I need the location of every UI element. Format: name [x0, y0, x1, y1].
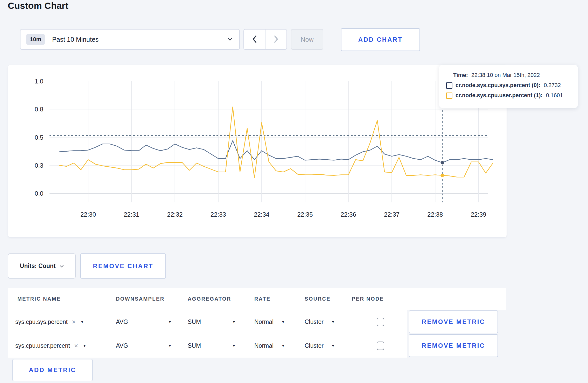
- downsampler-select[interactable]: AVG ▼: [116, 318, 172, 325]
- metric-name-value: sys.cpu.sys.percent: [15, 318, 68, 325]
- caret-down-icon: ▼: [331, 344, 335, 348]
- x-axis-tick-label: 22:38: [427, 211, 443, 218]
- chevron-down-icon: [227, 37, 233, 42]
- downsampler-value: AVG: [116, 342, 128, 349]
- metrics-table: METRIC NAME DOWNSAMPLER AGGREGATOR RATE …: [8, 288, 506, 358]
- table-row: sys.cpu.sys.percent × ▼ AVG ▼ SUM ▼ Norm…: [8, 310, 506, 334]
- y-axis-tick-label: 0.8: [35, 106, 43, 113]
- crosshair-dot-0: [441, 161, 444, 164]
- aggregator-value: SUM: [188, 342, 201, 349]
- next-range-button[interactable]: [265, 30, 286, 49]
- time-range-select[interactable]: 10m Past 10 Minutes: [20, 29, 240, 50]
- chevron-down-icon: [60, 264, 64, 268]
- tooltip-metric-label: cr.node.sys.cpu.user.percent (1):: [456, 92, 543, 99]
- chart-panel: 0.00.30.50.81.022:3022:3122:3222:3322:34…: [8, 65, 507, 238]
- caret-down-icon: ▼: [232, 344, 236, 348]
- caret-down-icon: ▼: [281, 344, 285, 348]
- toolbar: 10m Past 10 Minutes Now ADD CHART: [0, 29, 588, 52]
- time-range-pager: [243, 29, 287, 50]
- tooltip-time-value: 22:38:10 on Mar 15th, 2022: [471, 72, 540, 79]
- y-axis-tick-label: 1.0: [35, 78, 43, 85]
- rate-select[interactable]: Normal ▼: [254, 342, 305, 349]
- crosshair-dot-1: [441, 174, 444, 177]
- tooltip-metric-value: 0.2732: [544, 82, 561, 89]
- x-gridlines: 22:3022:3122:3222:3322:3422:3522:3622:37…: [80, 81, 486, 218]
- line-chart[interactable]: 0.00.30.50.81.022:3022:3122:3222:3322:34…: [8, 65, 507, 237]
- caret-down-icon: ▼: [168, 320, 172, 324]
- prev-range-button[interactable]: [244, 30, 265, 49]
- column-header-source: SOURCE: [305, 296, 352, 302]
- tooltip-swatch-0: [446, 82, 452, 89]
- source-select[interactable]: Cluster ▼: [305, 342, 352, 349]
- metric-name-value: sys.cpu.user.percent: [15, 342, 70, 349]
- x-axis-tick-label: 22:39: [471, 211, 486, 218]
- series-line-0: [59, 141, 493, 163]
- clear-metric-icon[interactable]: ×: [74, 342, 78, 349]
- caret-down-icon: ▼: [331, 320, 335, 324]
- aggregator-select[interactable]: SUM ▼: [188, 342, 236, 349]
- caret-down-icon: ▼: [281, 320, 285, 324]
- aggregator-select[interactable]: SUM ▼: [188, 318, 236, 325]
- x-axis-tick-label: 22:30: [80, 211, 96, 218]
- caret-down-icon: ▼: [168, 344, 172, 348]
- per-node-checkbox[interactable]: [377, 318, 384, 326]
- column-header-rate: RATE: [254, 296, 305, 302]
- downsampler-value: AVG: [116, 318, 128, 325]
- column-header-metric-name: METRIC NAME: [17, 296, 116, 302]
- x-axis-tick-label: 22:31: [124, 211, 139, 218]
- x-axis-tick-label: 22:37: [384, 211, 400, 218]
- page-title: Custom Chart: [8, 1, 68, 11]
- units-select[interactable]: Units: Count: [8, 253, 76, 279]
- remove-metric-button[interactable]: REMOVE METRIC: [409, 310, 498, 333]
- chevron-left-icon: [253, 36, 257, 44]
- remove-chart-button[interactable]: REMOVE CHART: [80, 253, 166, 279]
- source-select[interactable]: Cluster ▼: [305, 318, 352, 325]
- source-value: Cluster: [305, 318, 324, 325]
- rate-value: Normal: [254, 342, 274, 349]
- x-axis-tick-label: 22:33: [211, 211, 226, 218]
- x-axis-tick-label: 22:34: [254, 211, 269, 218]
- remove-metric-button[interactable]: REMOVE METRIC: [409, 334, 498, 357]
- y-axis-tick-label: 0.3: [35, 162, 43, 169]
- x-axis-tick-label: 22:35: [297, 211, 313, 218]
- tooltip-metric-label: cr.node.sys.cpu.sys.percent (0):: [456, 82, 540, 89]
- x-axis-tick-label: 22:36: [341, 211, 356, 218]
- aggregator-value: SUM: [188, 318, 201, 325]
- downsampler-select[interactable]: AVG ▼: [116, 342, 172, 349]
- add-chart-button[interactable]: ADD CHART: [341, 28, 420, 51]
- source-value: Cluster: [305, 342, 324, 349]
- units-label: Units: Count: [20, 263, 56, 269]
- chevron-right-icon: [274, 36, 278, 44]
- metric-name-select[interactable]: sys.cpu.sys.percent × ▼: [15, 318, 116, 325]
- rate-value: Normal: [254, 318, 274, 325]
- table-row: sys.cpu.user.percent × ▼ AVG ▼ SUM ▼ Nor…: [8, 334, 506, 358]
- tooltip-time-label: Time:: [453, 72, 468, 79]
- y-axis-tick-label: 0.0: [35, 190, 43, 197]
- time-range-label: Past 10 Minutes: [52, 36, 99, 43]
- caret-down-icon: ▼: [232, 320, 236, 324]
- y-gridlines: 0.00.30.50.81.0: [35, 78, 488, 197]
- column-header-downsampler: DOWNSAMPLER: [116, 296, 188, 302]
- caret-down-icon[interactable]: ▼: [83, 344, 86, 348]
- toolbar-divider: [8, 29, 8, 50]
- caret-down-icon[interactable]: ▼: [80, 320, 84, 324]
- x-axis-tick-label: 22:32: [167, 211, 183, 218]
- add-metric-button[interactable]: ADD METRIC: [12, 359, 93, 381]
- time-range-badge: 10m: [26, 34, 45, 45]
- y-axis-tick-label: 0.5: [35, 134, 43, 141]
- chart-tooltip: Time: 22:38:10 on Mar 15th, 2022 cr.node…: [439, 65, 578, 108]
- rate-select[interactable]: Normal ▼: [254, 318, 305, 325]
- per-node-checkbox[interactable]: [377, 342, 384, 350]
- metric-name-select[interactable]: sys.cpu.user.percent × ▼: [15, 342, 116, 349]
- series-line-1: [59, 107, 493, 178]
- clear-metric-icon[interactable]: ×: [72, 318, 76, 325]
- column-header-aggregator: AGGREGATOR: [188, 296, 254, 302]
- metrics-table-header: METRIC NAME DOWNSAMPLER AGGREGATOR RATE …: [8, 288, 506, 310]
- tooltip-metric-value: 0.1601: [546, 92, 563, 99]
- now-button[interactable]: Now: [291, 29, 323, 50]
- tooltip-swatch-1: [446, 93, 452, 99]
- column-header-per-node: PER NODE: [352, 296, 409, 302]
